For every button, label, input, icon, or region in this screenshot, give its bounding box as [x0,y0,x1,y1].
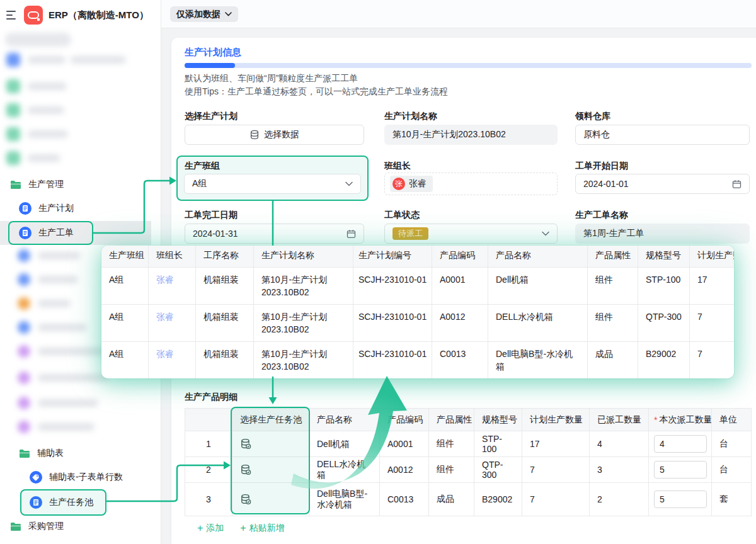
sidebar-item-production-management[interactable]: 生产管理 [0,175,161,194]
cell: 机箱组装 [196,268,254,304]
section-progress-fill [185,63,235,68]
table-row[interactable]: A组 张睿 机箱组装 第10月-生产计划2023.10B02 SCJH-2310… [101,341,734,378]
sidebar-item-aux-subtable-rows[interactable]: 辅助表-子表单行数 [0,468,161,487]
team-label: 生产班组 [185,161,220,172]
product-name-cell: Dell机箱 [309,431,380,456]
current-qty-input[interactable] [654,461,707,479]
cell: B29002 [638,342,690,378]
cell: 机箱组装 [196,305,254,341]
leader-link[interactable]: 张睿 [149,268,196,304]
select-plan-data-button[interactable]: 选择数据 [185,125,364,145]
spec-cell: STP-100 [474,431,522,456]
leader-link[interactable]: 张睿 [149,305,196,341]
plan-qty-cell: 7 [522,457,590,482]
current-qty-input[interactable] [654,435,707,453]
sidebar-item-purchase-management[interactable]: 采购管理 [0,517,161,536]
sidebar-item-production-task-pool[interactable]: 生产任务池 [0,493,161,512]
cell: DELL水冷机箱 [488,305,588,341]
product-name-cell: Dell电脑B型-水冷机箱 [309,483,380,516]
sidebar-item-label: 生产工单 [38,227,74,239]
cell: A组 [101,342,149,378]
leader-chip: 张 张睿 [390,176,433,192]
row-index: 3 [185,483,232,516]
add-data-mode-button[interactable]: 仅添加数据 [170,6,238,22]
task-pool-picker-cell[interactable] [232,431,309,456]
row-index: 1 [185,431,232,456]
top-bar: 仅添加数据 [161,0,756,28]
leader-link[interactable]: 张睿 [149,342,196,378]
cell: 7 [690,342,734,378]
column-header: 产品编码 [432,246,488,267]
column-header: 生产计划编号 [353,246,432,267]
sidebar-item-production-work-order[interactable]: 生产工单 [0,224,161,242]
required-marker: * [654,415,657,425]
warehouse-label: 领料仓库 [575,111,610,122]
task-pool-picker-cell[interactable] [232,457,309,482]
cell: A0001 [432,268,488,304]
table-row: 2 DELL水冷机箱 A0012 组件 QTP-300 7 3 台 [185,456,751,482]
column-header: 单位 [712,409,751,431]
add-row-label: 添加 [206,523,224,534]
add-row-button[interactable]: +添加 [197,523,224,534]
chevron-down-icon [225,12,232,16]
finish-date-value: 2024-01-31 [193,229,346,239]
database-icon [249,130,260,140]
warehouse-field[interactable]: 原料仓 [575,125,750,145]
select-plan-data-label: 选择数据 [264,129,299,140]
plan-name-label: 生产计划名称 [384,111,437,122]
cell: 组件 [588,268,638,304]
column-header: 本次派工数量 [659,414,712,426]
order-name-label: 生产工单名称 [575,210,628,221]
chevron-down-icon [345,181,353,186]
folder-icon [19,449,30,458]
document-icon [19,202,32,215]
paste-add-button[interactable]: +粘贴新增 [240,523,284,534]
tab-production-plan-info[interactable]: 生产计划信息 [185,47,241,59]
sidebar-item-production-plan[interactable]: 生产计划 [0,199,161,218]
product-code-cell: C0013 [380,483,429,516]
cell: SCJH-231010-01 [353,342,432,378]
paste-add-label: 粘贴新增 [249,523,285,534]
plan-qty-cell: 7 [522,483,590,516]
cell: 第10月-生产计划2023.10B02 [254,268,353,304]
team-select[interactable]: A组 [184,174,361,194]
cell: 组件 [588,305,638,341]
column-header: 班组长 [149,246,196,267]
spec-cell: QTP-300 [474,457,522,482]
table-row[interactable]: A组 张睿 机箱组装 第10月-生产计划2023.10B02 SCJH-2310… [101,304,734,341]
plus-icon: + [240,524,246,533]
finish-date-field[interactable]: 2024-01-31 [185,224,364,244]
product-attr-cell: 成品 [429,483,474,516]
cell: SCJH-231010-01 [353,268,432,304]
leader-field[interactable]: 张 张睿 [384,173,558,195]
cell: A组 [101,268,149,304]
plan-qty-cell: 17 [522,431,590,456]
collapse-sidebar-icon[interactable] [6,9,19,21]
section-progress-bar [185,63,752,68]
spec-cell: B29002 [474,483,522,516]
dispatched-qty-cell: 3 [590,457,649,482]
column-header: 产品名称 [309,409,380,431]
sidebar-item-auxiliary-tables[interactable]: 辅助表 [0,444,161,463]
cell: 7 [690,305,734,341]
sidebar-item-label: 生产任务池 [49,497,93,508]
chevron-down-icon [542,231,549,236]
status-select[interactable]: 待派工 [384,224,558,244]
start-date-field[interactable]: 2024-01-01 [575,174,750,194]
sidebar-item-label: 生产计划 [38,203,74,214]
dispatched-qty-cell: 2 [590,483,649,516]
task-pool-picker-cell[interactable] [232,483,309,516]
current-qty-cell [649,457,712,482]
table-row[interactable]: A组 张睿 机箱组装 第10月-生产计划2023.10B02 SCJH-2310… [101,267,734,304]
column-header: 生产计划名称 [254,246,353,267]
table-header-row: 选择生产任务池 产品名称 产品编码 产品属性 规格型号 计划生产数量 已派工数量… [185,409,751,431]
current-qty-input[interactable] [654,490,707,508]
database-check-icon [240,464,251,475]
unit-cell: 台 [712,457,751,482]
column-header: 已派工数量 [590,409,649,431]
document-icon [19,227,32,239]
leader-name: 张睿 [409,178,427,190]
status-label: 工单状态 [384,210,420,221]
row-index: 2 [185,457,232,482]
unit-cell: 台 [712,431,751,456]
